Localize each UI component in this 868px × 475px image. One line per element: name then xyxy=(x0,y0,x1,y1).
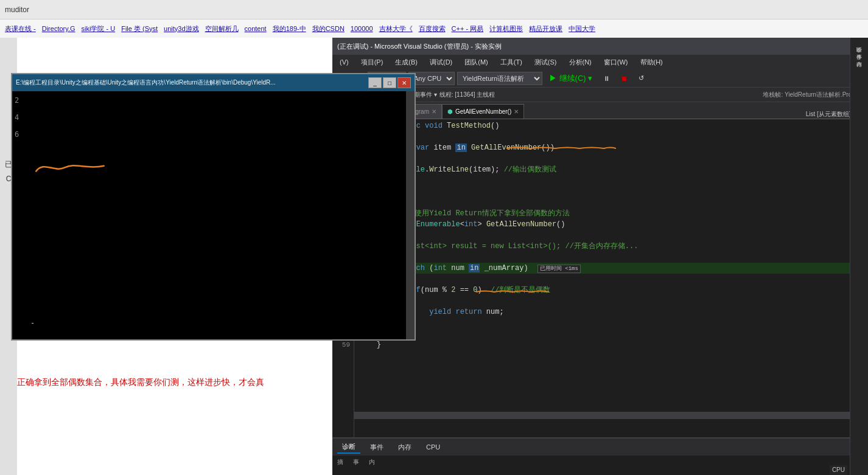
cpu-label-text: CPU xyxy=(832,466,845,473)
code-line-console-writeline: Console.WriteLine(item); //输出偶数测试 xyxy=(359,164,863,175)
code-line-brace5: { xyxy=(359,230,863,241)
console-scrollbar[interactable] xyxy=(406,91,415,339)
nav-item-14[interactable]: 精品开放课 xyxy=(527,23,565,35)
vs-stat-label2: 事 xyxy=(353,458,359,466)
code-line-brace2: { xyxy=(359,153,863,164)
nav-item-8[interactable]: 我的CSDN xyxy=(310,23,347,35)
code-line-blank1 xyxy=(359,197,863,208)
vs-panel-tab-events[interactable]: 事件 xyxy=(365,442,388,453)
vs-menu-debug[interactable]: 调试(D) xyxy=(427,57,455,68)
code-line-brace7: { xyxy=(359,296,863,307)
console-line-numbers: 2 4 6 xyxy=(15,96,19,139)
vs-menu-build[interactable]: 生成(B) xyxy=(393,57,420,68)
vs-right-panel: 诊断 事件 内存 xyxy=(850,38,868,475)
nav-item-9[interactable]: 100000 xyxy=(348,24,376,33)
time-badge: 已用时间 <1ms xyxy=(537,265,581,273)
orange-drawn-line xyxy=(30,158,110,176)
nav-item-11[interactable]: 百度搜索 xyxy=(416,23,448,35)
cpu-label: CPU 100 xyxy=(830,465,847,475)
code-line-brace10: } xyxy=(359,339,863,350)
vs-panel-title-bar: 诊断 事件 内存 CPU xyxy=(332,439,850,456)
vs-right-diag[interactable]: 诊断 xyxy=(854,40,864,45)
console-line-6: 6 xyxy=(15,130,19,139)
vs-menu-project[interactable]: 项目(P) xyxy=(359,57,386,68)
nav-item-4[interactable]: unity3d游戏 xyxy=(161,23,201,35)
vs-menu-v[interactable]: (V) xyxy=(337,57,351,67)
code-line-brace8: } xyxy=(359,317,863,328)
console-maximize-btn[interactable]: □ xyxy=(383,77,396,88)
vs-list-panel-title: List [从元素数组] a xyxy=(806,110,856,119)
nav-item-15[interactable]: 中国大学 xyxy=(566,23,598,35)
code-line-getallevenumber-decl: static IEnumerable<int> GetAllEvenNumber… xyxy=(359,219,863,230)
vs-title-bar: (正在调试) - Microsoft Visual Studio (管理员) -… xyxy=(332,38,868,55)
vs-stop-btn[interactable]: ⏹ xyxy=(617,73,632,84)
nav-item-13[interactable]: 计算机图形 xyxy=(487,23,525,35)
nav-item-3[interactable]: File 类 (Syst xyxy=(119,23,160,35)
orange-underline-foreach xyxy=(506,141,616,143)
blog-content: 正确拿到全部偶数集合，具体我需要你们测，这样进步快，才会真 xyxy=(17,377,264,387)
vs-tab-getall-icon: ⬢ xyxy=(447,108,453,115)
vs-tab-getall-close[interactable]: ✕ xyxy=(514,108,519,115)
console-window-controls: _ □ ✕ xyxy=(368,77,411,88)
vs-menu-bar: (V) 项目(P) 生成(B) 调试(D) 团队(M) 工具(T) 测试(S) … xyxy=(332,55,868,69)
vs-code-scrollbar-h[interactable] xyxy=(354,412,861,419)
code-line-blank2 xyxy=(359,252,863,263)
browser-title: muditor xyxy=(5,5,29,14)
vs-restart-btn[interactable]: ↺ xyxy=(634,72,648,84)
console-prompt: - xyxy=(30,319,35,327)
browser-chrome: muditor 表课在线 - Directory.G siki学院 - U Fi… xyxy=(0,0,868,38)
nav-item-12[interactable]: C++ - 网易 xyxy=(449,23,486,35)
vs-menu-analyze[interactable]: 分析(N) xyxy=(567,57,594,68)
vs-menu-team[interactable]: 团队(M) xyxy=(462,57,491,68)
main-area: 已 C 正确拿到全部偶数集合，具体我需要你们测，这样进步快，才会真 E:\编程工… xyxy=(0,38,868,475)
vs-panel-content: 摘 事 内 CPU 100 xyxy=(332,456,850,475)
code-line-brace3: } xyxy=(359,175,863,186)
console-minimize-btn[interactable]: _ xyxy=(368,77,382,88)
code-line-yield: yield return num; xyxy=(359,307,863,317)
vs-tab-getall[interactable]: ⬢ GetAllEvenNumber() ✕ xyxy=(442,104,524,119)
blog-text: 正确拿到全部偶数集合，具体我需要你们测，这样进步快，才会真 xyxy=(17,375,334,389)
vs-breadcrumb-thread[interactable]: 线程: [11364] 主线程 xyxy=(439,91,495,99)
vs-right-events[interactable]: 事件 xyxy=(854,47,864,52)
nav-item-10[interactable]: 吉林大学《 xyxy=(377,23,415,35)
nav-item-7[interactable]: 我的189-中 xyxy=(270,23,309,35)
vs-right-memory[interactable]: 内存 xyxy=(854,55,864,60)
vs-pause-btn[interactable]: ⏸ xyxy=(599,73,614,84)
vs-project-dropdown[interactable]: YieldReturn语法解析 xyxy=(457,72,542,85)
vs-panel-stats: 摘 事 内 xyxy=(337,458,845,466)
code-line-comment1: //测试我们使用Yield Return情况下拿到全部偶数的方法 xyxy=(359,208,863,219)
console-title-bar: E:\编程工程目录\Unity之编程基础\Unity之编程语言内功\YieldR… xyxy=(12,74,415,91)
vs-code-content: static public void TestMethod() { foreac… xyxy=(354,119,868,437)
nav-item-6[interactable]: content xyxy=(242,24,269,33)
code-line-brace4: } xyxy=(359,186,863,197)
vs-panel-tab-memory[interactable]: 内存 xyxy=(393,442,416,453)
console-window: E:\编程工程目录\Unity之编程基础\Unity之编程语言内功\YieldR… xyxy=(11,73,416,341)
browser-nav-bar: 表课在线 - Directory.G siki学院 - U File 类 (Sy… xyxy=(0,19,868,38)
vs-menu-help[interactable]: 帮助(H) xyxy=(638,57,665,68)
console-title-text: E:\编程工程目录\Unity之编程基础\Unity之编程语言内功\YieldR… xyxy=(16,78,276,87)
nav-item-5[interactable]: 空间解析几 xyxy=(203,23,241,35)
vs-stat-label3: 内 xyxy=(369,458,375,466)
nav-item-1[interactable]: Directory.G xyxy=(40,24,78,33)
vs-list-panel: 诊断 事件 内存 CPU 摘 事 内 CPU 100 xyxy=(332,437,850,475)
vs-continue-btn[interactable]: ▶ 继续(C) ▾ xyxy=(545,71,597,86)
code-line-testmethod: static public void TestMethod() xyxy=(359,120,863,131)
vs-lnum-59: 59 xyxy=(332,339,350,350)
vs-menu-tools[interactable]: 工具(T) xyxy=(498,57,525,68)
vs-tab-program-close[interactable]: ✕ xyxy=(432,108,436,115)
code-line-if: if(num % 2 == 0) //判断是不是偶数 xyxy=(359,285,863,296)
vs-panel-tab-cpu[interactable]: CPU xyxy=(421,442,445,452)
browser-top-bar: muditor xyxy=(0,0,868,19)
vs-menu-test[interactable]: 测试(S) xyxy=(532,57,559,68)
console-line-2: 2 xyxy=(15,96,19,105)
code-line-brace9: } xyxy=(359,328,863,339)
console-line-4: 4 xyxy=(15,113,19,122)
vs-panel-tab-diag[interactable]: 诊断 xyxy=(337,441,360,454)
nav-item-0[interactable]: 表课在线 - xyxy=(2,23,38,35)
nav-item-2[interactable]: siki学院 - U xyxy=(79,23,118,35)
vs-stat-label1: 摘 xyxy=(337,458,343,466)
vs-menu-window[interactable]: 窗口(W) xyxy=(601,57,631,68)
code-line-comment2: // List<int> result = new List<int>(); /… xyxy=(359,241,863,252)
console-close-btn[interactable]: ✕ xyxy=(397,77,411,88)
orange-underline-yield xyxy=(476,285,549,296)
